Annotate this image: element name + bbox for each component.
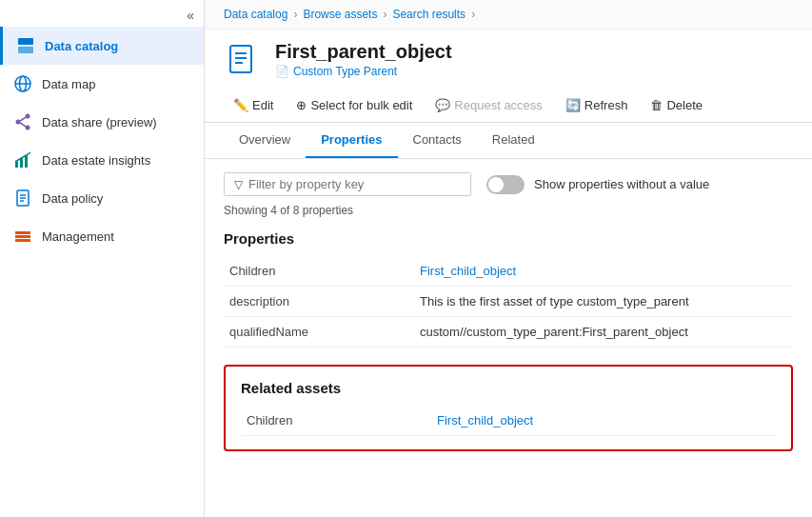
delete-label: Delete: [666, 98, 703, 112]
asset-header: First_parent_object 📄 Custom Type Parent: [205, 30, 812, 89]
content-area: ▽ Show properties without a value Showin…: [205, 159, 812, 517]
table-row: qualifiedName custom//custom_type_parent…: [224, 317, 793, 348]
data-map-icon: [13, 74, 32, 93]
sidebar-item-label-data-policy: Data policy: [42, 191, 103, 206]
svg-rect-19: [15, 239, 30, 242]
refresh-button[interactable]: 🔄 Refresh: [556, 94, 638, 116]
breadcrumb: Data catalog › Browse assets › Search re…: [205, 0, 812, 30]
tab-contacts[interactable]: Contacts: [398, 123, 477, 158]
refresh-icon: 🔄: [565, 98, 581, 112]
svg-rect-0: [18, 38, 33, 45]
management-icon: [13, 227, 32, 246]
asset-subtitle-text: Custom Type Parent: [293, 65, 397, 78]
svg-rect-10: [15, 162, 18, 168]
sidebar: « Data catalog Data map: [0, 0, 205, 517]
filter-input[interactable]: [248, 177, 461, 191]
filter-bar: ▽ Show properties without a value: [224, 172, 793, 196]
bulk-edit-button[interactable]: ⊕ Select for bulk edit: [287, 94, 422, 116]
sidebar-item-data-policy[interactable]: Data policy: [0, 179, 204, 217]
tab-properties[interactable]: Properties: [306, 123, 397, 158]
prop-key-description: description: [224, 287, 414, 317]
prop-key-qualifiedname: qualifiedName: [224, 317, 414, 348]
delete-icon: 🗑: [650, 98, 663, 112]
svg-rect-1: [18, 47, 33, 53]
data-estate-icon: [13, 150, 32, 169]
table-row: description This is the first asset of t…: [224, 287, 793, 317]
main-content: Data catalog › Browse assets › Search re…: [205, 0, 812, 517]
properties-section-title: Properties: [224, 230, 793, 247]
properties-toggle[interactable]: [486, 175, 525, 194]
svg-line-8: [20, 117, 26, 121]
related-assets-title: Related assets: [241, 380, 776, 396]
breadcrumb-browse-assets[interactable]: Browse assets: [303, 8, 377, 21]
sidebar-item-label-management: Management: [42, 229, 114, 244]
filter-input-wrap: ▽: [224, 172, 471, 196]
svg-point-7: [16, 120, 21, 125]
edit-label: Edit: [252, 98, 273, 112]
properties-table: Children First_child_object description …: [224, 256, 793, 348]
breadcrumb-sep-2: ›: [383, 8, 386, 21]
data-share-icon: [13, 112, 32, 131]
data-policy-icon: [13, 189, 32, 208]
breadcrumb-data-catalog[interactable]: Data catalog: [224, 8, 287, 21]
sidebar-item-data-share[interactable]: Data share (preview): [0, 103, 204, 141]
breadcrumb-search-results[interactable]: Search results: [392, 8, 465, 21]
collapse-button[interactable]: «: [187, 8, 194, 23]
sidebar-item-data-map[interactable]: Data map: [0, 65, 204, 103]
svg-rect-17: [15, 231, 30, 234]
delete-button[interactable]: 🗑 Delete: [641, 94, 712, 116]
breadcrumb-sep-3: ›: [471, 8, 475, 21]
sidebar-item-management[interactable]: Management: [0, 217, 204, 255]
sidebar-collapse[interactable]: «: [0, 0, 204, 27]
sidebar-item-label-data-share: Data share (preview): [42, 115, 157, 129]
toggle-wrap: Show properties without a value: [486, 175, 709, 194]
prop-key-children: Children: [224, 256, 414, 287]
showing-text: Showing 4 of 8 properties: [224, 204, 793, 217]
bulk-edit-label: Select for bulk edit: [310, 98, 412, 112]
toggle-label: Show properties without a value: [534, 177, 709, 191]
toggle-knob: [488, 177, 504, 192]
related-link-children[interactable]: First_child_object: [437, 413, 533, 428]
toolbar: ✏️ Edit ⊕ Select for bulk edit 💬 Request…: [205, 89, 812, 123]
toggle-slider: [486, 175, 525, 194]
tab-overview[interactable]: Overview: [224, 123, 306, 158]
table-row: Children First_child_object: [224, 256, 793, 287]
prop-link-children[interactable]: First_child_object: [420, 264, 516, 278]
related-key-children: Children: [241, 406, 431, 436]
edit-icon: ✏️: [233, 98, 248, 112]
prop-value-children: First_child_object: [414, 256, 793, 287]
related-assets-box: Related assets Children First_child_obje…: [224, 365, 793, 451]
sidebar-item-label-data-map: Data map: [42, 77, 95, 91]
table-row: Children First_child_object: [241, 406, 776, 436]
asset-title: First_parent_object: [275, 41, 452, 63]
sidebar-item-label-data-catalog: Data catalog: [45, 39, 118, 53]
tab-related[interactable]: Related: [477, 123, 550, 158]
refresh-label: Refresh: [584, 98, 628, 112]
related-value-children: First_child_object: [431, 406, 776, 436]
asset-info: First_parent_object 📄 Custom Type Parent: [275, 41, 452, 78]
sidebar-item-label-data-estate: Data estate insights: [42, 153, 150, 168]
sidebar-item-data-catalog[interactable]: Data catalog: [0, 27, 204, 65]
request-access-label: Request access: [454, 98, 543, 112]
tabs: Overview Properties Contacts Related: [205, 123, 812, 159]
request-access-icon: 💬: [435, 98, 450, 112]
asset-subtitle-icon: 📄: [275, 65, 289, 78]
edit-button[interactable]: ✏️ Edit: [224, 94, 283, 116]
data-catalog-icon: [16, 36, 35, 55]
bulk-edit-icon: ⊕: [296, 98, 307, 112]
asset-subtitle: 📄 Custom Type Parent: [275, 65, 452, 78]
breadcrumb-sep-1: ›: [293, 8, 297, 21]
related-assets-table: Children First_child_object: [241, 406, 776, 436]
filter-icon: ▽: [234, 178, 243, 191]
svg-line-9: [20, 123, 26, 127]
sidebar-item-data-estate[interactable]: Data estate insights: [0, 141, 204, 179]
svg-rect-18: [15, 235, 30, 238]
prop-value-description: This is the first asset of type custom_t…: [414, 287, 793, 317]
asset-icon: [224, 41, 264, 81]
prop-value-qualifiedname: custom//custom_type_parent:First_parent_…: [414, 317, 793, 348]
request-access-button[interactable]: 💬 Request access: [426, 94, 552, 116]
svg-rect-12: [25, 155, 28, 168]
